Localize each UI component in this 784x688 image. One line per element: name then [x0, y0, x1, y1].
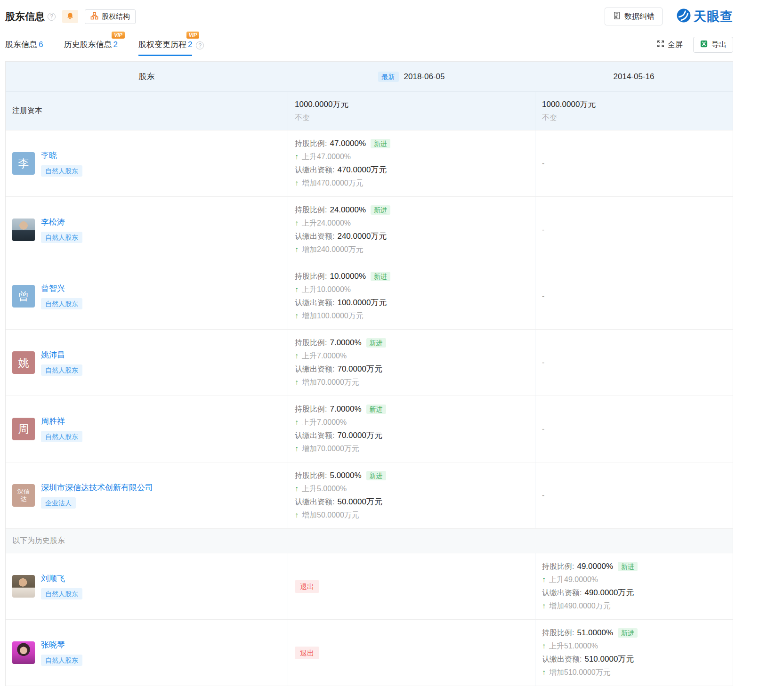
shareholder-row: 刘顺飞自然人股东退出持股比例:49.0000%新进↑上升49.0000%认缴出资…: [6, 553, 733, 619]
stake-ratio-line: 持股比例:49.0000%新进: [542, 560, 733, 573]
shareholder-cell: 曾曾智兴自然人股东: [6, 263, 288, 329]
tianyancha-logo-icon: [677, 8, 691, 24]
tab-count: 2: [188, 40, 192, 49]
stake-ratio-label: 持股比例:: [295, 206, 327, 214]
stake-amount-line: 认缴出资额:100.0000万元: [295, 296, 535, 309]
shareholder-info: 周胜祥自然人股东: [41, 416, 82, 442]
excel-icon: [700, 40, 708, 50]
shareholder-row: 周周胜祥自然人股东持股比例:7.0000%新进↑上升7.0000%认缴出资额:7…: [6, 396, 733, 462]
stake-ratio-change-line: ↑上升24.0000%: [295, 217, 535, 230]
new-badge: 新进: [371, 272, 390, 281]
stake-block: 持股比例:10.0000%新进↑上升10.0000%认缴出资额:100.0000…: [288, 263, 535, 328]
shareholder-name-link[interactable]: 深圳市深信达技术创新有限公司: [41, 482, 153, 493]
monitor-bell-button[interactable]: [62, 10, 78, 23]
registered-capital-row: 注册资本 1000.0000万元 不变 1000.0000万元 不变: [6, 91, 733, 130]
earlier-status-cell: -: [535, 462, 733, 528]
shareholder-name-link[interactable]: 刘顺飞: [41, 573, 65, 584]
shareholder-photo-avatar: [12, 219, 35, 241]
shareholder-name-link[interactable]: 姚沛昌: [41, 349, 65, 360]
tianyancha-logo-text: 天眼查: [694, 8, 733, 25]
shareholder-name-link[interactable]: 曾智兴: [41, 283, 65, 294]
help-icon[interactable]: ?: [196, 41, 204, 49]
data-correction-label: 数据纠错: [624, 12, 655, 22]
shareholder-type-tag: 自然人股东: [41, 232, 82, 243]
dash-placeholder: -: [542, 292, 544, 300]
earlier-status-cell: -: [535, 263, 733, 329]
stake-block: 持股比例:5.0000%新进↑上升5.0000%认缴出资额:50.0000万元↑…: [288, 462, 535, 527]
tab-shareholder-info[interactable]: 股东信息6: [5, 33, 43, 56]
new-badge: 新进: [618, 628, 638, 638]
arrow-up-icon: ↑: [295, 219, 299, 227]
equity-structure-label: 股权结构: [102, 12, 130, 21]
registered-capital-change: 不变: [542, 113, 733, 123]
tianyancha-logo[interactable]: 天眼查: [677, 8, 733, 25]
stake-amount-line: 认缴出资额:240.0000万元: [295, 230, 535, 243]
shareholder-info: 刘顺飞自然人股东: [41, 573, 82, 599]
exit-badge: 退出: [295, 580, 319, 593]
shareholder-initial-avatar: 周: [12, 418, 35, 440]
stake-amount-value: 490.0000万元: [584, 588, 634, 597]
latest-badge: 最新: [378, 72, 399, 82]
registered-capital-earlier: 1000.0000万元 不变: [535, 92, 733, 130]
stake-amount-change-line: ↑增加490.0000万元: [542, 599, 733, 613]
tabs-row: 股东信息6历史股东信息2VIP股权变更历程2VIP? 全屏 导出: [5, 34, 733, 56]
equity-structure-button[interactable]: 股权结构: [85, 9, 136, 24]
stake-ratio-change-line: ↑上升47.0000%: [295, 150, 535, 163]
arrow-up-icon: ↑: [295, 445, 299, 453]
shareholder-cell: 李松涛自然人股东: [6, 197, 288, 263]
earlier-status-cell: -: [535, 330, 733, 396]
stake-amount-label: 认缴出资额:: [542, 589, 582, 597]
shareholder-info: 姚沛昌自然人股东: [41, 349, 82, 376]
new-badge: 新进: [618, 562, 638, 571]
stake-amount-change-line: ↑增加70.0000万元: [295, 442, 535, 455]
stake-ratio-value: 24.0000%: [330, 205, 366, 214]
exit-badge: 退出: [295, 647, 319, 659]
shareholder-name-link[interactable]: 周胜祥: [41, 416, 65, 427]
tab-equity-change-history[interactable]: 股权变更历程2VIP: [138, 33, 192, 56]
stake-ratio-label: 持股比例:: [295, 471, 327, 479]
shareholder-row: 李松涛自然人股东持股比例:24.0000%新进↑上升24.0000%认缴出资额:…: [6, 196, 733, 263]
earlier-status-cell: -: [535, 396, 733, 462]
dash-placeholder: -: [542, 425, 544, 433]
export-button[interactable]: 导出: [693, 37, 733, 53]
shareholder-type-tag: 自然人股东: [41, 298, 82, 309]
new-badge: 新进: [366, 338, 386, 348]
fullscreen-button[interactable]: 全屏: [657, 40, 683, 50]
stake-ratio-change-line: ↑上升7.0000%: [295, 416, 535, 429]
help-icon[interactable]: ?: [48, 13, 56, 21]
shareholder-type-tag-wrap: 自然人股东: [41, 227, 82, 243]
company-avatar: 深信 达: [12, 484, 35, 507]
arrow-up-icon: ↑: [295, 312, 299, 320]
stake-ratio-label: 持股比例:: [295, 339, 327, 347]
stake-ratio-change-line: ↑上升7.0000%: [295, 349, 535, 363]
shareholder-type-tag-wrap: 自然人股东: [41, 427, 82, 442]
arrow-up-icon: ↑: [295, 511, 299, 519]
shareholder-name-link[interactable]: 李松涛: [41, 217, 65, 227]
stake-ratio-change-line: ↑上升49.0000%: [542, 573, 733, 586]
new-badge: 新进: [371, 139, 390, 148]
tab-label: 股东信息: [5, 39, 37, 50]
registered-capital-value: 1000.0000万元: [542, 99, 733, 110]
shareholder-name-link[interactable]: 李晓: [41, 150, 57, 161]
tab-history-shareholders[interactable]: 历史股东信息2VIP: [64, 33, 117, 56]
shareholder-name-link[interactable]: 张晓琴: [41, 639, 65, 650]
stake-amount-line: 认缴出资额:70.0000万元: [295, 363, 535, 376]
new-badge: 新进: [366, 405, 386, 414]
stake-ratio-label: 持股比例:: [295, 139, 327, 147]
data-correction-button[interactable]: 数据纠错: [605, 8, 663, 25]
shareholder-type-tag: 企业法人: [41, 497, 76, 509]
shareholder-table: 股东 最新 2018-06-05 2014-05-16 注册资本 1000.00…: [5, 61, 733, 686]
stake-ratio-line: 持股比例:51.0000%新进: [542, 626, 733, 639]
history-shareholder-rows: 刘顺飞自然人股东退出持股比例:49.0000%新进↑上升49.0000%认缴出资…: [6, 553, 733, 686]
arrow-up-icon: ↑: [295, 378, 299, 386]
shareholder-row: 李李晓自然人股东持股比例:47.0000%新进↑上升47.0000%认缴出资额:…: [6, 130, 733, 196]
shareholder-cell: 深信 达深圳市深信达技术创新有限公司企业法人: [6, 462, 288, 528]
export-label: 导出: [711, 40, 727, 50]
arrow-up-icon: ↑: [295, 179, 299, 187]
stake-amount-label: 认缴出资额:: [295, 299, 334, 307]
stake-amount-change-line: ↑增加240.0000万元: [295, 243, 535, 256]
shareholder-row: 深信 达深圳市深信达技术创新有限公司企业法人持股比例:5.0000%新进↑上升5…: [6, 462, 733, 528]
stake-block: 持股比例:7.0000%新进↑上升7.0000%认缴出资额:70.0000万元↑…: [288, 330, 535, 395]
shareholder-type-tag-wrap: 自然人股东: [41, 294, 82, 309]
column-header-shareholder-label: 股东: [139, 71, 155, 82]
